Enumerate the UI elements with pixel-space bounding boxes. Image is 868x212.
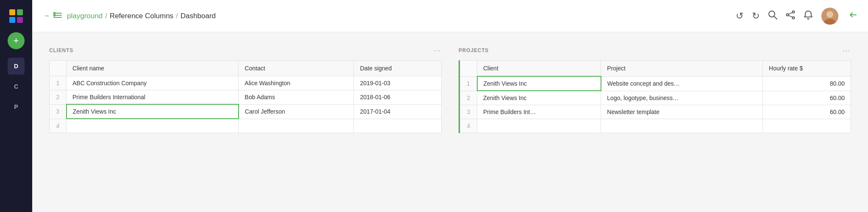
date-2[interactable]: 2018-01-06 — [354, 90, 442, 105]
proj-rate-2[interactable]: 60.00 — [763, 91, 851, 105]
projects-table-wrapper: Client Project Hourly rate $ 1 Zenith Vi… — [459, 60, 851, 133]
clients-menu-button[interactable]: ⋯ — [433, 46, 442, 55]
proj-rate-1[interactable]: 80.00 — [763, 76, 851, 91]
logo-cell-4 — [17, 17, 23, 23]
proj-project-1[interactable]: Website concept and des… — [601, 76, 763, 91]
content-area: CLIENTS ⋯ Client name Contact Date signe… — [32, 32, 868, 212]
collapse-icon[interactable] — [849, 10, 858, 22]
row-num-2: 2 — [50, 90, 67, 105]
clients-col-num — [50, 61, 67, 76]
sidebar-item-p-label: P — [14, 103, 18, 110]
row-num-3: 3 — [50, 104, 67, 119]
sidebar-item-d-label: D — [14, 63, 18, 70]
clients-section: CLIENTS ⋯ Client name Contact Date signe… — [49, 46, 442, 198]
projects-col-rate: Hourly rate $ — [763, 61, 851, 77]
clients-table: Client name Contact Date signed 1 ABC Co… — [49, 60, 442, 133]
table-row: 2 Zenith Views Inc Logo, logotype, busin… — [460, 91, 851, 105]
workspace-icon — [53, 12, 62, 20]
topbar-left: → playground / Reference Columns / Dashb… — [42, 11, 216, 20]
table-row: 2 Prime Builders International Bob Adams… — [50, 90, 442, 105]
proj-row-num-4: 4 — [460, 119, 477, 133]
sidebar-item-p[interactable]: P — [8, 98, 25, 115]
proj-row-num-1: 1 — [460, 76, 477, 91]
breadcrumb-workspace[interactable]: playground — [67, 12, 103, 20]
projects-table: Client Project Hourly rate $ 1 Zenith Vi… — [460, 60, 851, 133]
sidebar-nav: D C P — [0, 58, 32, 115]
svg-line-8 — [788, 15, 793, 17]
svg-point-4 — [793, 11, 795, 13]
projects-col-num — [460, 61, 477, 77]
logo-cell-3 — [9, 17, 15, 23]
breadcrumb-sep2: / — [176, 12, 178, 20]
clients-header: CLIENTS ⋯ — [49, 46, 442, 55]
client-name-2[interactable]: Prime Builders International — [67, 90, 239, 105]
svg-line-7 — [788, 12, 793, 14]
search-icon[interactable] — [768, 10, 777, 22]
contact-2[interactable]: Bob Adams — [239, 90, 354, 105]
add-button[interactable]: + — [8, 32, 25, 49]
table-row: 3 Zenith Views Inc Carol Jefferson 2017-… — [50, 104, 442, 119]
svg-point-6 — [787, 14, 789, 16]
table-row-empty: 4 — [460, 119, 851, 133]
projects-header: PROJECTS ⋯ — [459, 46, 851, 55]
proj-rate-4[interactable] — [763, 119, 851, 133]
sidebar-item-c-label: C — [14, 83, 18, 90]
undo-icon[interactable]: ↺ — [736, 11, 743, 22]
row-num-1: 1 — [50, 76, 67, 90]
svg-point-10 — [826, 11, 833, 18]
nav-forward-icon[interactable]: → — [42, 11, 50, 20]
user-avatar[interactable] — [821, 8, 838, 25]
topbar: → playground / Reference Columns / Dashb… — [32, 0, 868, 32]
table-row: 1 Zenith Views Inc Website concept and d… — [460, 76, 851, 91]
logo-cell-2 — [17, 9, 23, 15]
proj-project-3[interactable]: Newsletter template — [601, 105, 763, 119]
proj-client-3[interactable]: Prime Builders Int… — [477, 105, 601, 119]
client-name-1[interactable]: ABC Construction Company — [67, 76, 239, 90]
clients-title: CLIENTS — [49, 47, 73, 53]
date-1[interactable]: 2019-01-03 — [354, 76, 442, 90]
sidebar: + D C P — [0, 0, 32, 212]
share-icon[interactable] — [786, 10, 795, 22]
contact-1[interactable]: Alice Washington — [239, 76, 354, 90]
projects-menu-button[interactable]: ⋯ — [843, 46, 851, 55]
projects-col-client: Client — [477, 61, 601, 77]
breadcrumb-item2[interactable]: Dashboard — [181, 12, 216, 20]
redo-icon[interactable]: ↻ — [752, 11, 760, 22]
breadcrumb-item1[interactable]: Reference Columns — [110, 12, 173, 20]
proj-row-num-3: 3 — [460, 105, 477, 119]
client-name-3[interactable]: Zenith Views Inc — [67, 104, 239, 119]
svg-point-5 — [793, 17, 795, 19]
sidebar-item-c[interactable]: C — [8, 78, 25, 95]
clients-col-contact: Contact — [239, 61, 354, 76]
projects-section: PROJECTS ⋯ Client Project Hourly rate $ — [459, 46, 851, 198]
table-row-empty: 4 — [50, 119, 442, 133]
proj-rate-3[interactable]: 60.00 — [763, 105, 851, 119]
proj-client-1[interactable]: Zenith Views Inc — [477, 76, 601, 91]
svg-line-3 — [774, 17, 777, 20]
proj-client-4[interactable] — [477, 119, 601, 133]
breadcrumb: playground / Reference Columns / Dashboa… — [67, 12, 216, 20]
app-logo[interactable] — [0, 0, 32, 32]
row-num-4: 4 — [50, 119, 67, 133]
projects-col-project: Project — [601, 61, 763, 77]
clients-col-date: Date signed — [354, 61, 442, 76]
table-row: 1 ABC Construction Company Alice Washing… — [50, 76, 442, 90]
clients-col-name: Client name — [67, 61, 239, 76]
main-area: → playground / Reference Columns / Dashb… — [32, 0, 868, 212]
breadcrumb-sep1: / — [105, 12, 107, 20]
client-name-4[interactable] — [67, 119, 239, 133]
proj-project-2[interactable]: Logo, logotype, business… — [601, 91, 763, 105]
logo-cell-1 — [9, 9, 15, 15]
sidebar-item-d[interactable]: D — [8, 58, 25, 75]
date-3[interactable]: 2017-01-04 — [354, 104, 442, 119]
bell-icon[interactable] — [804, 10, 813, 22]
proj-client-2[interactable]: Zenith Views Inc — [477, 91, 601, 105]
contact-4[interactable] — [239, 119, 354, 133]
proj-row-num-2: 2 — [460, 91, 477, 105]
projects-title: PROJECTS — [459, 47, 489, 53]
table-row: 3 Prime Builders Int… Newsletter templat… — [460, 105, 851, 119]
proj-project-4[interactable] — [601, 119, 763, 133]
date-4[interactable] — [354, 119, 442, 133]
topbar-right: ↺ ↻ — [736, 8, 858, 25]
contact-3[interactable]: Carol Jefferson — [239, 104, 354, 119]
